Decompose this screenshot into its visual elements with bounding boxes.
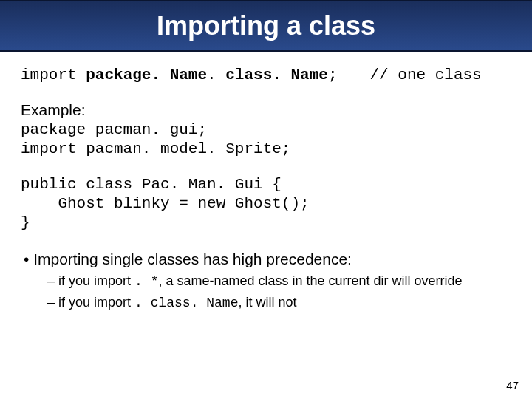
title-bar: Importing a class xyxy=(0,0,532,52)
divider xyxy=(21,166,511,166)
class-name-placeholder: class. Name xyxy=(216,66,328,83)
slide-number: 47 xyxy=(506,379,519,392)
example-label: Example: xyxy=(21,101,511,119)
slide-title: Importing a class xyxy=(157,10,375,41)
semicolon: ; xyxy=(328,66,338,83)
sub1-code: . * xyxy=(134,274,158,289)
code-line: Ghost blinky = new Ghost(); xyxy=(21,195,310,212)
sub2-prefix: – if you import xyxy=(47,295,134,310)
sub-bullet-list: – if you import . *, a same-named class … xyxy=(21,273,511,312)
code-line: import pacman. model. Sprite; xyxy=(21,140,290,157)
code-line: public class Pac. Man. Gui { xyxy=(21,176,282,193)
code-line: package pacman. gui; xyxy=(21,121,207,138)
dot: . xyxy=(207,66,216,83)
sub2-code: . class. Name xyxy=(134,296,238,310)
sub-bullet-2: – if you import . class. Name, it will n… xyxy=(47,294,511,312)
bullet-main: • Importing single classes has high prec… xyxy=(24,250,511,268)
sub1-prefix: – if you import xyxy=(47,273,134,288)
sub1-suffix: , a same-named class in the current dir … xyxy=(158,273,462,288)
example-code-2: public class Pac. Man. Gui { Ghost blink… xyxy=(21,175,511,233)
keyword-import: import xyxy=(21,66,86,83)
example-code-1: package pacman. gui; import pacman. mode… xyxy=(21,120,511,160)
code-line: } xyxy=(21,214,30,231)
comment-one-class: // one class xyxy=(370,66,482,83)
package-name-placeholder: package. Name xyxy=(86,66,207,83)
slide-content: import package. Name. class. Name;// one… xyxy=(0,52,532,312)
sub2-suffix: , it will not xyxy=(238,295,296,310)
import-syntax: import package. Name. class. Name;// one… xyxy=(21,66,511,83)
sub-bullet-1: – if you import . *, a same-named class … xyxy=(47,273,511,290)
